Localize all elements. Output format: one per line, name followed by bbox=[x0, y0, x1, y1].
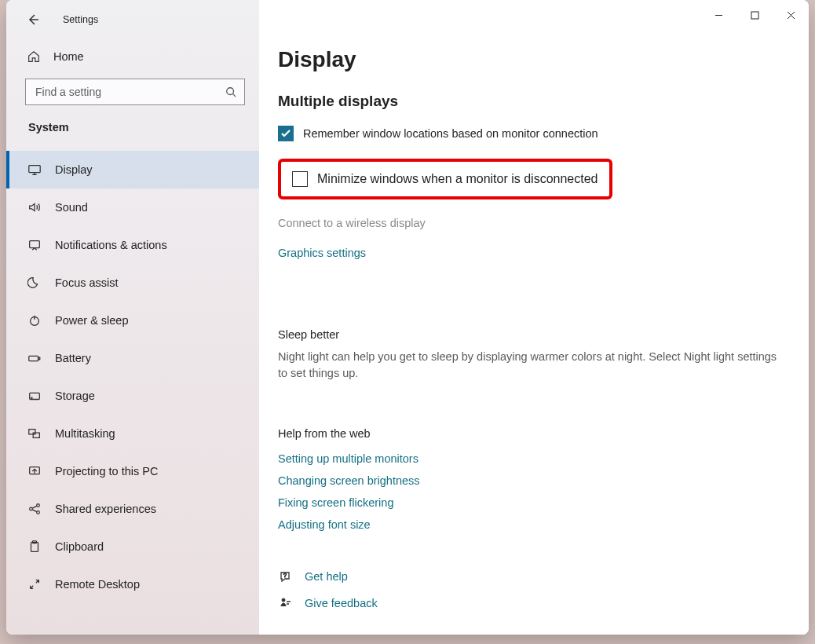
page-title: Display bbox=[278, 47, 785, 72]
nav-storage[interactable]: Storage bbox=[6, 377, 259, 415]
nav-label: Shared experiences bbox=[55, 503, 156, 515]
sidebar: Settings Home System Display Sound Notif… bbox=[6, 0, 259, 635]
svg-rect-16 bbox=[751, 12, 758, 19]
nav-label: Remote Desktop bbox=[55, 578, 140, 591]
search-input[interactable] bbox=[34, 85, 225, 99]
nav-power-sleep[interactable]: Power & sleep bbox=[6, 302, 259, 339]
svg-point-13 bbox=[37, 511, 40, 514]
share-icon bbox=[27, 501, 42, 517]
checkbox-remember-label: Remember window locations based on monit… bbox=[303, 127, 598, 140]
feedback-icon bbox=[278, 595, 294, 611]
svg-point-7 bbox=[31, 397, 32, 398]
svg-point-12 bbox=[37, 504, 40, 507]
nav-sound[interactable]: Sound bbox=[6, 188, 259, 226]
minimize-icon bbox=[714, 11, 723, 20]
svg-rect-4 bbox=[29, 356, 38, 360]
projecting-icon bbox=[27, 463, 42, 479]
svg-point-11 bbox=[30, 507, 33, 510]
maximize-icon bbox=[751, 11, 759, 20]
storage-icon bbox=[27, 388, 42, 404]
svg-rect-5 bbox=[38, 357, 40, 360]
footer-links: ? Get help Give feedback bbox=[278, 569, 785, 611]
page-content: Display Multiple displays Remember windo… bbox=[259, 0, 809, 635]
nav-label: Projecting to this PC bbox=[55, 465, 158, 478]
home-label: Home bbox=[53, 50, 84, 63]
battery-icon bbox=[27, 350, 42, 366]
section-multiple-displays: Multiple displays bbox=[278, 93, 785, 110]
search-icon bbox=[225, 86, 236, 97]
nav-shared-experiences[interactable]: Shared experiences bbox=[6, 490, 259, 528]
close-icon bbox=[787, 11, 795, 20]
graphics-settings-link[interactable]: Graphics settings bbox=[278, 247, 785, 259]
nav-label: Battery bbox=[55, 352, 91, 364]
nav-label: Multitasking bbox=[55, 427, 115, 440]
moon-icon bbox=[27, 275, 42, 291]
sleep-better-section: Sleep better Night light can help you ge… bbox=[278, 328, 785, 382]
help-icon: ? bbox=[278, 569, 294, 584]
svg-rect-2 bbox=[30, 241, 40, 248]
home-icon bbox=[27, 49, 41, 64]
nav-remote-desktop[interactable]: Remote Desktop bbox=[6, 565, 259, 603]
svg-point-18 bbox=[282, 598, 285, 602]
nav-label: Display bbox=[55, 163, 93, 176]
get-help-label: Get help bbox=[305, 570, 348, 583]
checkbox-remember-row[interactable]: Remember window locations based on monit… bbox=[278, 126, 785, 141]
close-button[interactable] bbox=[773, 0, 809, 30]
nav-focus-assist[interactable]: Focus assist bbox=[6, 264, 259, 302]
svg-text:?: ? bbox=[283, 573, 287, 578]
checkbox-minimize-label: Minimize windows when a monitor is disco… bbox=[317, 172, 598, 186]
settings-window: Settings Home System Display Sound Notif… bbox=[6, 0, 809, 635]
window-title: Settings bbox=[63, 14, 98, 25]
svg-rect-1 bbox=[29, 166, 40, 173]
help-title: Help from the web bbox=[278, 427, 785, 440]
give-feedback-row[interactable]: Give feedback bbox=[278, 595, 785, 611]
maximize-button[interactable] bbox=[736, 0, 773, 30]
nav-projecting[interactable]: Projecting to this PC bbox=[6, 452, 259, 490]
svg-rect-8 bbox=[29, 430, 35, 434]
highlight-minimize-option: Minimize windows when a monitor is disco… bbox=[278, 159, 612, 199]
check-icon bbox=[280, 128, 291, 139]
svg-rect-9 bbox=[33, 433, 39, 437]
nav-label: Focus assist bbox=[55, 276, 119, 289]
category-title: System bbox=[6, 116, 259, 143]
checkbox-minimize[interactable] bbox=[292, 171, 308, 187]
power-icon bbox=[27, 313, 42, 328]
nav-notifications[interactable]: Notifications & actions bbox=[6, 226, 259, 264]
sleep-title: Sleep better bbox=[278, 328, 785, 341]
search-box[interactable] bbox=[25, 79, 245, 105]
nav-list: Display Sound Notifications & actions Fo… bbox=[6, 151, 259, 635]
nav-battery[interactable]: Battery bbox=[6, 339, 259, 377]
home-link[interactable]: Home bbox=[6, 39, 259, 74]
multitasking-icon bbox=[27, 426, 42, 441]
back-arrow-icon bbox=[27, 13, 39, 26]
monitor-icon bbox=[27, 162, 42, 177]
connect-wireless-link[interactable]: Connect to a wireless display bbox=[278, 217, 785, 229]
notifications-icon bbox=[27, 237, 42, 253]
sound-icon bbox=[27, 199, 42, 215]
help-link-brightness[interactable]: Changing screen brightness bbox=[278, 474, 785, 487]
give-feedback-label: Give feedback bbox=[305, 597, 378, 609]
checkbox-remember[interactable] bbox=[278, 126, 294, 141]
nav-label: Clipboard bbox=[55, 540, 104, 553]
sleep-body: Night light can help you get to sleep by… bbox=[278, 349, 780, 382]
help-link-flickering[interactable]: Fixing screen flickering bbox=[278, 496, 785, 509]
nav-label: Power & sleep bbox=[55, 314, 129, 327]
clipboard-icon bbox=[27, 539, 42, 554]
get-help-row[interactable]: ? Get help bbox=[278, 569, 785, 584]
nav-clipboard[interactable]: Clipboard bbox=[6, 528, 259, 565]
back-button[interactable] bbox=[20, 7, 46, 32]
nav-display[interactable]: Display bbox=[6, 151, 259, 188]
svg-rect-14 bbox=[31, 543, 38, 552]
minimize-button[interactable] bbox=[700, 0, 736, 30]
nav-label: Notifications & actions bbox=[55, 239, 167, 251]
help-link-multiple-monitors[interactable]: Setting up multiple monitors bbox=[278, 452, 785, 465]
help-link-font-size[interactable]: Adjusting font size bbox=[278, 518, 785, 531]
svg-point-0 bbox=[227, 88, 234, 95]
window-controls bbox=[700, 0, 809, 30]
remote-desktop-icon bbox=[27, 576, 42, 592]
nav-label: Storage bbox=[55, 390, 95, 402]
main-content: Display Multiple displays Remember windo… bbox=[259, 0, 809, 635]
nav-multitasking[interactable]: Multitasking bbox=[6, 415, 259, 452]
nav-label: Sound bbox=[55, 201, 88, 214]
help-from-web-section: Help from the web Setting up multiple mo… bbox=[278, 427, 785, 531]
